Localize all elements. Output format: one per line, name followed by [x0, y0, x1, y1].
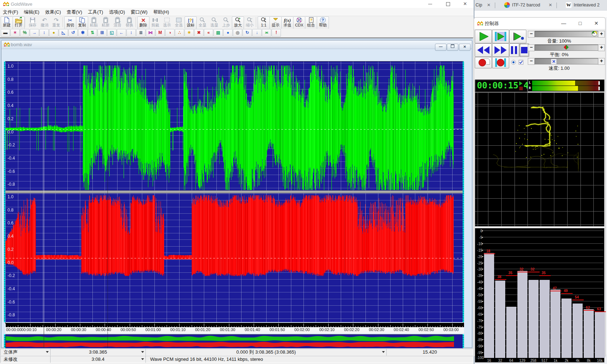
tool-button-x-swap[interactable]: ✖ — [194, 29, 204, 37]
toolbar-button-zoom-1-1[interactable]: 11:1 — [258, 16, 270, 29]
tool-button-vx-swap[interactable]: ⋈ — [146, 29, 155, 37]
toolbar-button-select-view[interactable]: 选示 — [161, 16, 173, 29]
tool-button-knob-rotate[interactable]: ↻ — [243, 29, 252, 37]
toolbar-button-cdx[interactable]: CDX — [293, 16, 305, 29]
toolbar-button-open[interactable]: 打开 — [13, 16, 25, 29]
speed-thumb[interactable]: ✕ — [551, 58, 557, 64]
tab-close-icon[interactable]: ✕ — [549, 3, 552, 8]
toolbar-button-save[interactable]: 保存 — [27, 16, 39, 29]
tool-button-loop-back[interactable]: ↺ — [68, 29, 78, 37]
tool-button-eq-updown[interactable]: ⇅ — [88, 29, 97, 37]
tool-button-mx[interactable]: M — [156, 29, 165, 37]
toolbar-button-replace[interactable]: x替换 — [123, 16, 135, 29]
toolbar-button-mix[interactable]: +混音 — [111, 16, 124, 29]
tool-button-device-control[interactable]: ▬ — [1, 29, 10, 37]
status-length[interactable]: 3:08.365 — [50, 349, 146, 356]
balance-thumb[interactable] — [564, 44, 569, 52]
volume-thumb[interactable] — [592, 31, 597, 38]
menu-3[interactable]: 查看(V) — [64, 8, 85, 16]
toolbar-button-new[interactable]: 新建 — [1, 16, 13, 29]
main-minimize-button[interactable] — [422, 0, 438, 8]
playback-cursor[interactable] — [44, 62, 44, 322]
balance-plus-button[interactable]: + — [598, 44, 605, 51]
toolbar-button-redo[interactable]: ↷重复 — [50, 16, 62, 29]
menu-4[interactable]: 工具(T) — [85, 8, 106, 16]
toolbar-button-cut[interactable]: ✂剪切 — [64, 16, 76, 29]
status-selection[interactable]: 0.000 到 3:08.365 (3:08.365) — [145, 349, 387, 356]
tool-button-knob[interactable]: ◎ — [233, 29, 242, 37]
status-position[interactable]: 3:08.4 — [50, 356, 146, 363]
selection-left-edge[interactable] — [4, 62, 5, 322]
tool-button-burst[interactable]: ✴ — [185, 29, 194, 37]
tool-button-knob-eq[interactable]: ≍ — [262, 29, 271, 37]
rewind-button[interactable] — [475, 43, 492, 57]
speed-minus-button[interactable]: − — [528, 58, 535, 65]
speed-plus-button[interactable]: + — [598, 58, 605, 65]
controller-close-button[interactable]: ✕ — [591, 19, 602, 27]
fast-forward-button[interactable] — [492, 43, 509, 57]
tool-button-go-to-end[interactable]: → — [30, 29, 39, 37]
toolbar-button-hint[interactable]: ...提示 — [269, 16, 282, 29]
tool-button-expand[interactable]: ↕ — [39, 29, 49, 37]
tool-button-bars[interactable]: ≣ — [136, 29, 145, 37]
overview-strip[interactable] — [5, 334, 463, 349]
tool-button-back-arrow[interactable]: « — [204, 29, 213, 37]
tool-button-matrix[interactable]: ⊞ — [97, 29, 107, 37]
tool-button-angle-tool[interactable]: ◺ — [59, 29, 68, 37]
toolbar-button-set-marker[interactable]: |?|设标 — [185, 16, 197, 29]
tool-button-sphere[interactable]: ● — [223, 29, 233, 37]
main-close-button[interactable]: ✕ — [457, 0, 473, 8]
tool-button-xy-axis[interactable]: % — [20, 29, 29, 37]
rewind-play-button[interactable] — [492, 30, 509, 43]
play-button[interactable] — [475, 30, 492, 43]
toolbar-button-select-all[interactable]: 全选 — [173, 16, 185, 29]
toolbar-button-show-selection[interactable]: 选显 — [208, 16, 220, 29]
balance-slider[interactable] — [535, 44, 598, 51]
tool-button-fit-window[interactable]: ◱ — [107, 29, 116, 37]
tab-close-icon[interactable]: ✕ — [487, 3, 491, 8]
volume-minus-button[interactable]: − — [528, 31, 535, 38]
toolbar-button-group[interactable]: ?组合 — [305, 16, 317, 29]
tool-button-color-settings[interactable]: ✶ — [10, 29, 20, 37]
tool-button-arrow-left[interactable]: ← — [117, 29, 126, 37]
balance-minus-button[interactable]: − — [528, 44, 535, 51]
menu-0[interactable]: 文件(F) — [0, 8, 21, 16]
toolbar-button-delete[interactable]: ✕删除 — [137, 16, 149, 29]
menu-2[interactable]: 效果(C) — [42, 8, 64, 16]
toolbar-button-zoom-in[interactable]: +放大 — [232, 16, 244, 29]
tool-button-stereo-eye[interactable]: ◑ — [165, 29, 175, 37]
controller-titlebar[interactable]: 控制器 — □ ✕ — [474, 18, 605, 29]
record-button[interactable] — [475, 57, 492, 68]
toolbar-button-undo[interactable]: ↶撤消 — [38, 16, 51, 29]
waveform-left-channel[interactable] — [5, 62, 463, 190]
tool-button-knob-down[interactable]: ↓ — [252, 29, 262, 37]
pause-button[interactable] — [509, 43, 519, 57]
controller-maximize-button[interactable]: □ — [575, 19, 586, 27]
menu-7[interactable]: 帮助(H) — [150, 8, 172, 16]
waveform-right-channel[interactable] — [5, 193, 463, 322]
main-maximize-button[interactable] — [440, 0, 456, 8]
monitor-radio[interactable] — [511, 60, 516, 65]
tool-button-dots-arrow[interactable]: ∴ — [175, 29, 184, 37]
menu-6[interactable]: 窗口(W) — [128, 8, 150, 16]
toolbar-button-evaluate[interactable]: f(x)求值 — [281, 16, 293, 29]
status-channels[interactable]: 立体声 — [0, 349, 51, 356]
toolbar-button-zoom-out[interactable]: −缩小 — [244, 16, 256, 29]
speed-slider[interactable]: ✕ — [535, 58, 598, 64]
tool-button-arrow-updown[interactable]: ↕ — [126, 29, 136, 37]
volume-plus-button[interactable]: + — [598, 31, 605, 38]
volume-slider[interactable] — [535, 31, 598, 37]
toolbar-button-paste[interactable]: 粘贴 — [88, 16, 100, 29]
toolbar-button-previous-zoom[interactable]: 上步 — [220, 16, 232, 29]
channel-divider[interactable] — [5, 190, 463, 193]
menu-1[interactable]: 编辑(E) — [21, 8, 42, 16]
record-selection-button[interactable] — [492, 57, 509, 68]
document-titlebar[interactable]: bomb.wav — ✕ — [1, 40, 472, 49]
controller-minimize-button[interactable]: — — [558, 19, 569, 27]
toolbar-button-show-all[interactable]: 全显 — [196, 16, 209, 29]
toolbar-button-help[interactable]: ?帮助 — [317, 16, 329, 29]
toolbar-button-paste-new[interactable]: *粘新 — [100, 16, 112, 29]
monitor-checkbox[interactable] — [518, 60, 524, 65]
tool-button-gear[interactable]: ✾ — [78, 29, 87, 37]
toolbar-button-trim[interactable]: 剪裁 — [149, 16, 161, 29]
